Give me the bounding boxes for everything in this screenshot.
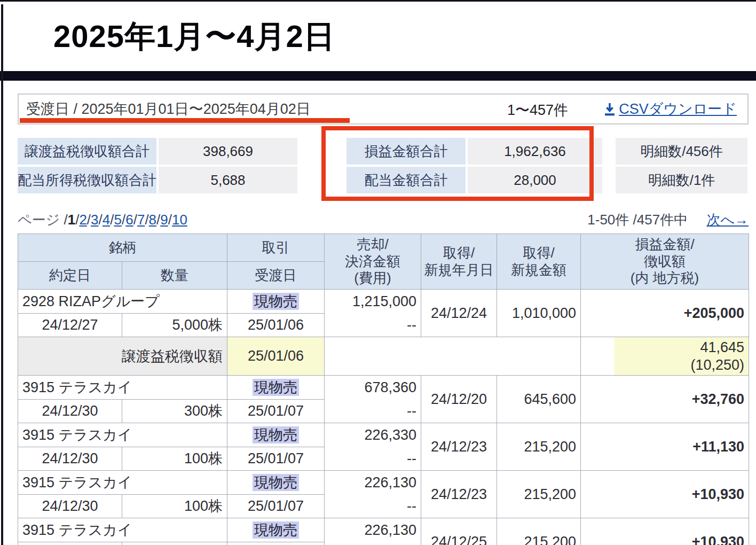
sell-amount-cell: 678,360 --	[325, 376, 421, 423]
profit-loss-cell: +10,930	[581, 471, 749, 518]
header-sell-amount: 売却/ 決済金額 (費用)	[325, 234, 421, 290]
date-range-underline	[20, 118, 350, 123]
sell-amount-cell: 1,215,000 --	[325, 290, 421, 337]
stock-name-cell: 2928 RIZAPグループ	[18, 290, 227, 314]
sell-fee: --	[329, 313, 416, 337]
current-page: 1	[68, 212, 75, 228]
title-area: 2025年1月〜4月2日	[0, 0, 756, 71]
acquire-amount-cell: 1,010,000	[497, 290, 581, 337]
settle-date-cell: 25/01/07	[227, 399, 325, 423]
page-link-2[interactable]: 2	[79, 212, 86, 228]
trades-table: 銘柄 取引 売却/ 決済金額 (費用) 取得/ 新規年月日 取得/ 新規金額 損…	[18, 233, 749, 545]
header-profit-loss: 損益金額/ 徴収額 (内 地方税)	[581, 234, 749, 290]
trade-type-badge: 現物売	[253, 426, 299, 443]
page-link-6[interactable]: 6	[125, 212, 133, 228]
header-acquire-date: 取得/ 新規年月日	[421, 234, 497, 290]
profit-loss-cell: +11,130	[581, 423, 749, 471]
summary-row: 譲渡益税徴収額合計 398,669 損益金額合計 1,962,636 明細数/4…	[18, 138, 749, 165]
summary-value-transfer-tax: 398,669	[159, 138, 297, 165]
trade-type-cell: 現物売	[227, 423, 325, 447]
next-page-link[interactable]: 次へ→	[706, 212, 749, 228]
table-row: 3915 テラスカイ 現物売 226,330 -- 24/12/23 215,2…	[18, 423, 749, 447]
tax-row-amount: 41,645 (10,250)	[581, 337, 749, 376]
header-acquire-amount: 取得/ 新規金額	[497, 234, 581, 290]
acquire-amount-cell: 215,200	[497, 518, 581, 545]
page-link-3[interactable]: 3	[91, 212, 98, 228]
page-link-10[interactable]: 10	[172, 212, 187, 228]
tax-row: 譲渡益税徴収額 25/01/06 41,645 (10,250)	[18, 337, 749, 376]
page-link-9[interactable]: 9	[160, 212, 168, 228]
acquire-amount-cell: 645,600	[497, 376, 581, 423]
sell-fee: --	[329, 542, 416, 545]
range-info: 1-50件 /457件中	[587, 212, 688, 228]
quantity-cell: 100株	[122, 542, 227, 545]
sell-amount: 1,215,000	[329, 290, 416, 313]
settle-date-cell: 25/01/06	[227, 313, 325, 337]
trade-type-badge: 現物売	[253, 521, 299, 539]
sell-amount: 678,360	[329, 376, 416, 399]
table-row: 3915 テラスカイ 現物売 678,360 -- 24/12/20 645,6…	[18, 376, 749, 400]
page-link-7[interactable]: 7	[137, 212, 145, 228]
sell-amount-cell: 226,130 --	[325, 518, 421, 545]
page-separator: /	[64, 212, 67, 228]
section-divider-bar	[0, 71, 756, 81]
acquire-date-cell: 24/12/24	[421, 290, 497, 337]
summary-value-dividend-total: 28,000	[468, 167, 602, 193]
page-link-8[interactable]: 8	[149, 212, 156, 228]
header-trade-type: 取引	[227, 234, 325, 262]
page-title: 2025年1月〜4月2日	[53, 16, 756, 58]
trade-type-badge: 現物売	[253, 293, 299, 310]
page-separator: /	[133, 212, 137, 228]
header-stock: 銘柄	[18, 234, 227, 262]
quantity-cell: 300株	[122, 399, 227, 423]
sell-amount-cell: 226,130 --	[325, 471, 421, 518]
page-separator: /	[168, 212, 172, 228]
main-content: 受渡日 / 2025年01月01日〜2025年04月02日 1〜457件 CSV…	[0, 81, 756, 545]
csv-download-label: CSVダウンロード	[619, 99, 737, 119]
acquire-date-cell: 24/12/25	[421, 518, 497, 545]
header-exec-date: 約定日	[18, 262, 122, 290]
trade-type-badge: 現物売	[253, 474, 299, 491]
page-separator: /	[99, 212, 103, 228]
pagination-label: ページ	[18, 212, 60, 228]
quantity-cell: 100株	[122, 447, 227, 471]
summary-label-transfer-tax: 譲渡益税徴収額合計	[18, 138, 156, 165]
trade-type-cell: 現物売	[227, 376, 325, 400]
profit-loss-cell: +205,000	[581, 290, 749, 337]
acquire-amount-cell: 215,200	[497, 423, 581, 471]
page-link-5[interactable]: 5	[114, 212, 122, 228]
stock-name-cell: 3915 テラスカイ	[18, 518, 227, 542]
exec-date-cell: 24/12/27	[18, 313, 122, 337]
exec-date-cell: 24/12/30	[18, 447, 122, 471]
summary-value-pl-total: 1,962,636	[468, 138, 602, 165]
settle-date-cell: 25/01/07	[227, 447, 325, 471]
quantity-cell: 5,000株	[122, 313, 227, 337]
exec-date-cell: 24/12/30	[18, 494, 122, 518]
table-row: 2928 RIZAPグループ 現物売 1,215,000 -- 24/12/24…	[18, 290, 749, 314]
pagination-pages: ページ /1/2/3/4/5/6/7/8/9/10	[18, 211, 187, 229]
acquire-amount-cell: 215,200	[497, 471, 581, 518]
tax-row-label: 譲渡益税徴収額	[18, 337, 227, 376]
sell-fee: --	[329, 399, 416, 423]
trade-type-cell: 現物売	[227, 290, 325, 314]
acquire-date-cell: 24/12/23	[421, 471, 497, 518]
summary-label-dividend-total: 配当金額合計	[346, 167, 466, 193]
page-separator: /	[87, 212, 91, 228]
stock-name-cell: 3915 テラスカイ	[18, 423, 227, 447]
profit-loss-cell: +32,760	[581, 376, 749, 423]
table-header-row: 銘柄 取引 売却/ 決済金額 (費用) 取得/ 新規年月日 取得/ 新規金額 損…	[18, 234, 749, 262]
page-link-4[interactable]: 4	[103, 212, 110, 228]
summary-table: 譲渡益税徴収額合計 398,669 損益金額合計 1,962,636 明細数/4…	[18, 138, 749, 193]
header-settle-date: 受渡日	[227, 262, 325, 290]
download-icon	[604, 102, 616, 116]
filter-bar: 受渡日 / 2025年01月01日〜2025年04月02日 1〜457件 CSV…	[18, 94, 749, 124]
summary-row: 配当所得税徴収額合計 5,688 配当金額合計 28,000 明細数/1件	[18, 167, 749, 193]
summary-detail-count-2: 明細数/1件	[616, 167, 747, 193]
header-quantity: 数量	[122, 262, 227, 290]
sell-amount: 226,130	[329, 471, 416, 494]
result-count: 1〜457件	[507, 100, 568, 120]
csv-download-link[interactable]: CSVダウンロード	[604, 99, 737, 119]
settle-date-cell: 25/01/07	[227, 542, 325, 545]
quantity-cell: 100株	[122, 494, 227, 518]
sell-fee: --	[329, 494, 416, 518]
